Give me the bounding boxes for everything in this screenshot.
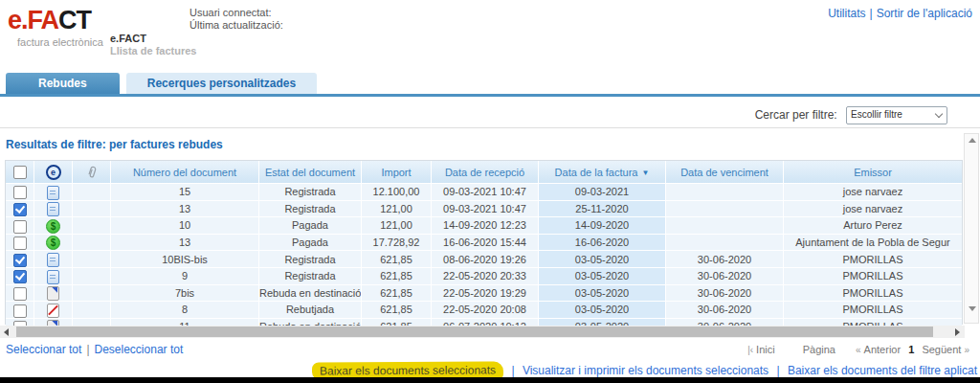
row-checkbox[interactable] <box>13 254 27 267</box>
horizontal-scrollbar[interactable] <box>0 326 965 338</box>
scroll-up-icon[interactable] <box>969 138 976 143</box>
cell-numero: 9 <box>111 267 259 284</box>
previous-page-icon[interactable]: « <box>856 345 861 355</box>
cell-recepcio: 22-05-2020 20:33 <box>432 267 539 284</box>
row-attachment-cell <box>73 301 111 318</box>
tab-rebudes[interactable]: Rebudes <box>6 73 120 94</box>
row-checkbox[interactable] <box>13 237 27 250</box>
scroll-right-button[interactable] <box>950 326 965 338</box>
table-row: 15Registrada12.100,0009-03-2021 10:4709-… <box>6 183 962 200</box>
deselect-all-link[interactable]: Deseleccionar tot <box>95 343 184 356</box>
cell-emissor: PMORILLAS <box>784 250 962 267</box>
first-page-icon[interactable]: |‹ <box>747 345 753 355</box>
cell-estat: Rebutjada <box>259 301 362 318</box>
row-status-cell <box>34 250 73 267</box>
paid-status-icon <box>46 236 60 250</box>
row-checkbox[interactable] <box>13 270 27 283</box>
cell-estat: Registrada <box>259 200 362 217</box>
table-row: 13Pagada17.728,9216-06-2020 15:4416-06-2… <box>6 234 962 251</box>
row-checkbox[interactable] <box>13 220 27 234</box>
efact-logo: e.FACT <box>8 6 91 35</box>
view-print-selected-link[interactable]: Visualitzar i imprimir els documents sel… <box>523 364 768 377</box>
filter-select[interactable]: Escollir filtre <box>846 106 947 124</box>
connected-user-label: Usuari connectat: <box>189 7 283 19</box>
previous-page-link[interactable]: Anterior <box>864 344 902 355</box>
tab-recerques-personalitzades[interactable]: Recerques personalitzades <box>126 73 317 94</box>
header-doc-type-cell: e <box>34 161 73 183</box>
utilities-link[interactable]: Utilitats <box>828 7 865 20</box>
column-header-estat[interactable]: Estat del document <box>259 161 362 183</box>
row-status-cell <box>34 200 73 217</box>
cell-emissor: jose narvaez <box>784 183 962 200</box>
vertical-scrollbar[interactable] <box>964 133 979 324</box>
document-status-icon <box>47 186 59 200</box>
cell-recepcio: 08-06-2020 19:26 <box>432 250 539 267</box>
cell-emissor: Ajuntament de la Pobla de Segur <box>784 234 962 251</box>
row-checkbox[interactable] <box>13 304 27 318</box>
session-info: Usuari connectat: Última actualització: <box>189 7 283 32</box>
cell-factura: 14-09-2020 <box>539 216 666 234</box>
row-status-cell <box>34 183 73 200</box>
cell-numero: 13 <box>111 200 259 217</box>
scroll-down-icon[interactable] <box>969 306 976 311</box>
cell-factura: 03-05-2020 <box>539 301 666 318</box>
cell-venciment: 30-06-2020 <box>666 267 784 284</box>
cell-numero: 7bis <box>111 284 259 302</box>
row-attachment-cell <box>73 183 111 200</box>
row-checkbox[interactable] <box>13 186 27 199</box>
results-title: Resultats de filtre: per factures rebude… <box>6 138 223 151</box>
cell-import: 621,85 <box>362 301 432 318</box>
column-header-numero[interactable]: Número del document <box>111 161 259 183</box>
current-page-number: 1 <box>908 344 914 355</box>
einvoice-icon: e <box>46 165 61 180</box>
column-header-recepcio[interactable]: Data de recepció <box>432 161 539 183</box>
cell-emissor: PMORILLAS <box>784 284 962 302</box>
column-header-import[interactable]: Import <box>362 161 432 183</box>
paperclip-icon <box>85 165 99 179</box>
cell-estat: Pagada <box>259 216 362 234</box>
cell-recepcio: 09-03-2021 10:47 <box>432 200 539 217</box>
select-all-link[interactable]: Seleccionar tot <box>6 343 81 356</box>
cell-recepcio: 22-05-2020 19:29 <box>432 284 539 302</box>
table-row: 10BIS-bisRegistrada621,8508-06-2020 19:2… <box>6 250 962 267</box>
cell-emissor: jose narvaez <box>784 200 962 217</box>
row-status-cell <box>34 234 73 251</box>
invoice-table: e Número del document Estat del document… <box>5 160 963 325</box>
scroll-left-button[interactable] <box>0 326 14 338</box>
link-separator: | <box>870 7 873 20</box>
column-header-factura[interactable]: Data de la factura▼ <box>539 161 666 183</box>
row-attachment-cell <box>73 216 111 234</box>
next-page-link[interactable]: Següent <box>922 344 961 355</box>
row-status-cell <box>34 301 73 318</box>
column-header-emissor[interactable]: Emissor <box>784 161 962 183</box>
logout-link[interactable]: Sortir de l'aplicació <box>877 7 972 20</box>
row-select-cell <box>6 267 34 284</box>
row-attachment-cell <box>73 284 111 302</box>
first-page-link[interactable]: Inici <box>756 344 775 355</box>
actions-separator-1: | <box>511 364 514 377</box>
toolbar-divider <box>0 127 980 128</box>
row-attachment-cell <box>73 200 111 217</box>
row-checkbox[interactable] <box>13 287 27 301</box>
select-all-checkbox[interactable] <box>13 166 27 179</box>
next-page-icon[interactable]: » <box>964 345 969 355</box>
row-attachment-cell <box>73 234 111 251</box>
logo-text-dark: CT <box>58 6 91 34</box>
download-filtered-link[interactable]: Baixar els documents del filtre aplicat <box>788 364 977 377</box>
table-row: 10Pagada121,0014-09-2020 12:2314-09-2020… <box>6 216 962 234</box>
cell-venciment <box>666 183 784 200</box>
document-status-icon <box>47 202 59 216</box>
cell-recepcio: 16-06-2020 15:44 <box>432 234 539 251</box>
row-select-cell <box>6 216 34 234</box>
header-attachment-cell <box>73 161 111 183</box>
row-checkbox[interactable] <box>13 203 27 216</box>
table-header-row: e Número del document Estat del document… <box>6 161 962 183</box>
actions-separator-2: | <box>776 364 779 377</box>
cell-factura: 03-05-2020 <box>539 267 666 284</box>
sort-desc-icon[interactable]: ▼ <box>641 169 649 177</box>
cell-import: 621,85 <box>362 284 432 302</box>
cell-venciment: 30-06-2020 <box>666 301 784 318</box>
row-select-cell <box>6 250 34 267</box>
column-header-venciment[interactable]: Data de venciment <box>666 161 784 183</box>
horizontal-scrollbar-thumb[interactable] <box>16 327 933 337</box>
